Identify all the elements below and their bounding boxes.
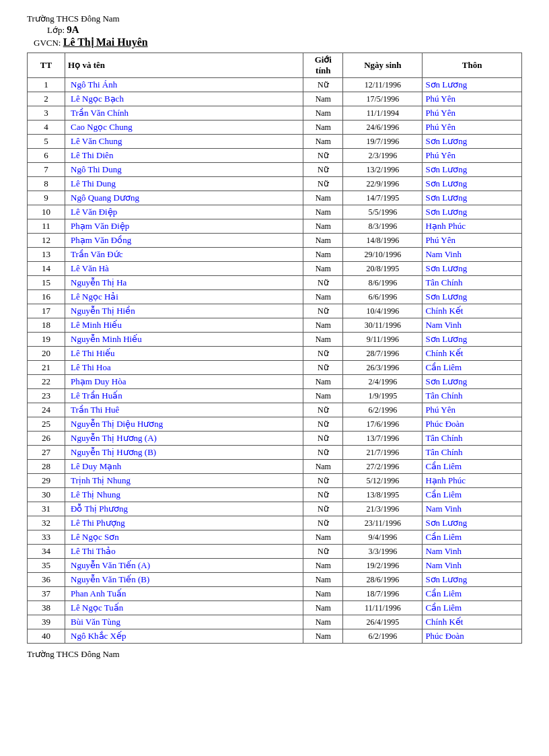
cell-name: Lê Duy Mạnh <box>65 460 303 474</box>
cell-gender: Nữ <box>303 361 343 375</box>
table-row: 3Trần Văn ChínhNam11/1/1994Phú Yên <box>28 106 522 121</box>
class-value: 9A <box>67 24 79 35</box>
col-header-thon: Thôn <box>423 53 522 78</box>
cell-thon: Hạnh Phúc <box>423 474 522 488</box>
cell-dob: 13/8/1995 <box>343 488 423 502</box>
cell-tt: 7 <box>28 163 65 177</box>
cell-dob: 19/7/1996 <box>343 135 423 149</box>
cell-dob: 1/9/1995 <box>343 389 423 403</box>
cell-gender: Nam <box>303 92 343 106</box>
cell-thon: Chính Kết <box>423 615 522 629</box>
cell-gender: Nam <box>303 248 343 262</box>
cell-gender: Nam <box>303 333 343 347</box>
cell-gender: Nữ <box>303 163 343 177</box>
cell-thon: Sơn Lương <box>423 573 522 587</box>
table-row: 25Nguyễn Thị Diệu HươngNữ17/6/1996Phúc Đ… <box>28 417 522 432</box>
cell-thon: Nam Vinh <box>423 545 522 559</box>
cell-name: Lê Văn Chung <box>65 135 303 149</box>
cell-tt: 12 <box>28 234 65 248</box>
table-row: 30Lê Thị NhungNữ13/8/1995Cần Liêm <box>28 488 522 502</box>
cell-name: Nguyễn Thị Ha <box>65 276 303 290</box>
cell-gender: Nữ <box>303 304 343 318</box>
table-row: 14Lê Văn HàNam20/8/1995Sơn Lương <box>28 262 522 276</box>
cell-gender: Nam <box>303 205 343 219</box>
cell-thon: Sơn Lương <box>423 290 522 304</box>
col-header-dob: Ngày sinh <box>343 53 423 78</box>
table-row: 16Lê Ngọc HảiNam6/6/1996Sơn Lương <box>28 290 522 304</box>
cell-name: Lê Thi Hiếu <box>65 347 303 361</box>
cell-thon: Tân Chính <box>423 389 522 403</box>
cell-tt: 5 <box>28 135 65 149</box>
cell-thon: Sơn Lương <box>423 333 522 347</box>
student-table: TT Họ và tên Giới tính Ngày sinh Thôn 1N… <box>27 53 522 644</box>
table-row: 4Cao Ngọc ChungNam24/6/1996Phú Yên <box>28 121 522 135</box>
cell-gender: Nữ <box>303 403 343 417</box>
cell-name: Phan Anh Tuấn <box>65 587 303 601</box>
cell-gender: Nữ <box>303 545 343 559</box>
class-label: Lớp: <box>47 25 65 35</box>
cell-name: Lê Thi Thảo <box>65 545 303 559</box>
cell-gender: Nam <box>303 530 343 545</box>
cell-tt: 39 <box>28 615 65 629</box>
cell-tt: 10 <box>28 205 65 219</box>
cell-name: Trần Thi Huê <box>65 403 303 417</box>
cell-dob: 14/8/1996 <box>343 234 423 248</box>
cell-gender: Nam <box>303 389 343 403</box>
cell-thon: Nam Vinh <box>423 502 522 516</box>
cell-thon: Sơn Lương <box>423 262 522 276</box>
table-row: 36Nguyễn Văn Tiến (B)Nam28/6/1996Sơn Lươ… <box>28 573 522 587</box>
cell-gender: Nữ <box>303 78 343 92</box>
cell-dob: 24/6/1996 <box>343 121 423 135</box>
cell-tt: 21 <box>28 361 65 375</box>
cell-dob: 6/2/1996 <box>343 403 423 417</box>
cell-thon: Phú Yên <box>423 234 522 248</box>
cell-tt: 38 <box>28 601 65 615</box>
cell-dob: 17/6/1996 <box>343 417 423 432</box>
cell-dob: 12/11/1996 <box>343 78 423 92</box>
cell-tt: 40 <box>28 629 65 644</box>
cell-name: Nguyễn Thị Diệu Hương <box>65 417 303 432</box>
col-header-name: Họ và tên <box>65 53 303 78</box>
cell-tt: 14 <box>28 262 65 276</box>
cell-dob: 9/4/1996 <box>343 530 423 545</box>
table-row: 17Nguyễn Thị HiềnNữ10/4/1996Chính Kết <box>28 304 522 318</box>
cell-dob: 14/7/1995 <box>343 191 423 205</box>
cell-tt: 29 <box>28 474 65 488</box>
cell-name: Nguyễn Văn Tiến (B) <box>65 573 303 587</box>
cell-gender: Nữ <box>303 488 343 502</box>
cell-dob: 27/2/1996 <box>343 460 423 474</box>
table-row: 11Phạm Văn ĐiệpNam8/3/1996Hạnh Phúc <box>28 219 522 234</box>
table-row: 34Lê Thi ThảoNữ3/3/1996Nam Vinh <box>28 545 522 559</box>
cell-thon: Phúc Đoàn <box>423 629 522 644</box>
cell-tt: 35 <box>28 559 65 573</box>
cell-gender: Nam <box>303 106 343 121</box>
cell-tt: 4 <box>28 121 65 135</box>
cell-tt: 8 <box>28 177 65 191</box>
cell-name: Nguyễn Thị Hương (B) <box>65 446 303 460</box>
cell-tt: 31 <box>28 502 65 516</box>
cell-thon: Phú Yên <box>423 106 522 121</box>
cell-gender: Nữ <box>303 276 343 290</box>
cell-name: Lê Thị Nhung <box>65 488 303 502</box>
teacher-label: GVCN: <box>34 38 61 48</box>
cell-gender: Nam <box>303 219 343 234</box>
cell-thon: Sơn Lương <box>423 163 522 177</box>
cell-tt: 6 <box>28 149 65 163</box>
cell-tt: 11 <box>28 219 65 234</box>
cell-tt: 20 <box>28 347 65 361</box>
cell-gender: Nam <box>303 135 343 149</box>
cell-thon: Sơn Lương <box>423 205 522 219</box>
teacher-line: GVCN: Lê Thị Mai Huyên <box>34 36 522 48</box>
table-row: 32Lê Thi PhượngNữ23/11/1996Sơn Lương <box>28 516 522 530</box>
cell-tt: 18 <box>28 318 65 333</box>
cell-dob: 23/11/1996 <box>343 516 423 530</box>
table-row: 31Đỗ Thị PhươngNữ21/3/1996Nam Vinh <box>28 502 522 516</box>
table-row: 27Nguyễn Thị Hương (B)Nữ21/7/1996Tân Chí… <box>28 446 522 460</box>
cell-dob: 13/2/1996 <box>343 163 423 177</box>
cell-gender: Nữ <box>303 474 343 488</box>
cell-gender: Nam <box>303 615 343 629</box>
table-row: 26Nguyễn Thị Hương (A)Nữ13/7/1996Tân Chí… <box>28 432 522 446</box>
cell-gender: Nữ <box>303 347 343 361</box>
cell-thon: Sơn Lương <box>423 516 522 530</box>
table-row: 38Lê Ngọc TuấnNam11/11/1996Cần Liêm <box>28 601 522 615</box>
